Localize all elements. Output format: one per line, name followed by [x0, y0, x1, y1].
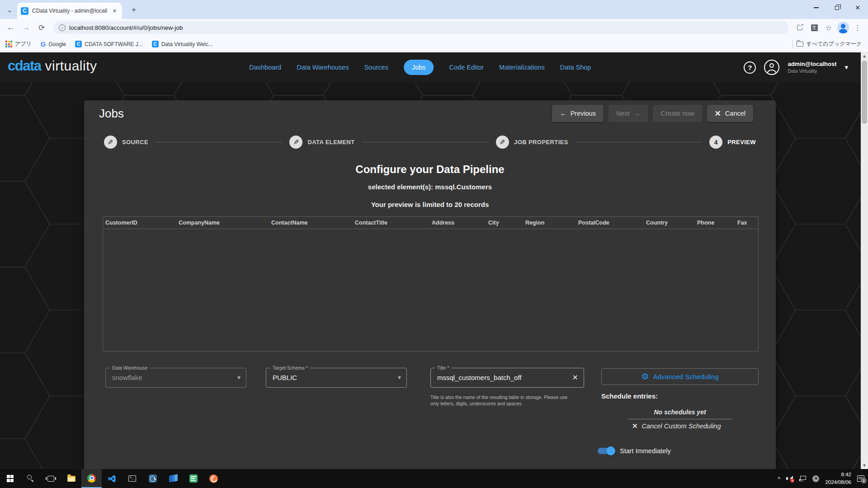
field-value[interactable]: mssql_customers_batch_off	[437, 374, 521, 381]
chevron-down-icon[interactable]: ▾	[398, 374, 401, 381]
user-menu[interactable]: admin@localhost Data Virtuality	[788, 61, 836, 74]
user-menu-chevron-icon[interactable]: ▾	[844, 63, 848, 71]
terminal-icon: >_	[128, 475, 136, 482]
avatar-head	[769, 63, 774, 68]
new-tab-button[interactable]: +	[128, 5, 139, 15]
cdata-icon: C	[152, 41, 159, 47]
start-button[interactable]	[0, 469, 20, 488]
nav-code-editor[interactable]: Code Editor	[449, 64, 484, 71]
network-icon[interactable]	[799, 476, 807, 481]
file-explorer-button[interactable]	[61, 469, 81, 488]
tab-close-icon[interactable]: ✕	[111, 7, 118, 15]
window-minimize-button[interactable]	[806, 0, 826, 15]
user-avatar-icon[interactable]	[764, 60, 779, 75]
column-header: PostalCode	[578, 220, 609, 226]
back-button[interactable]: ←	[5, 21, 17, 34]
browser-menu-button[interactable]: ⋮	[852, 22, 863, 33]
step-label: SOURCE	[122, 139, 148, 145]
forward-button[interactable]: →	[20, 21, 33, 34]
tray-chevron-icon[interactable]: ^	[778, 475, 780, 482]
bookmark-google[interactable]: G Google	[41, 40, 66, 48]
logo-product: virtuality	[45, 58, 97, 74]
share-button[interactable]: ↗	[794, 22, 806, 33]
window-restore-button[interactable]	[826, 0, 847, 15]
field-value: snowflake	[112, 374, 142, 381]
app-logo[interactable]: cdata virtuality	[8, 58, 97, 74]
search-icon	[27, 475, 34, 482]
title-input[interactable]: Title * mssql_customers_batch_off ✕	[430, 368, 584, 388]
schedule-divider	[627, 419, 732, 419]
step-data-element[interactable]: ✎ DATA ELEMENT	[289, 136, 354, 149]
step-label: JOB PROPERTIES	[514, 139, 568, 145]
browser-tab[interactable]: C CData Virtuality - admin@locall ✕	[17, 3, 122, 19]
bookmarks-separator	[793, 40, 793, 49]
nav-dashboard[interactable]: Dashboard	[249, 64, 281, 71]
windows-icon	[7, 475, 14, 482]
scroll-up-icon[interactable]: ▲	[861, 52, 868, 60]
taskbar-search-button[interactable]	[20, 469, 41, 488]
bookmark-label: CDATA SOFTWARE J...	[85, 41, 142, 47]
close-icon: ✕	[632, 422, 638, 430]
log-viewer-taskbar-button[interactable]	[183, 469, 203, 488]
previous-button[interactable]: ← Previous	[552, 105, 604, 122]
layers-app-taskbar-button[interactable]	[163, 469, 183, 488]
cdata-icon: C	[75, 41, 82, 47]
chrome-taskbar-button[interactable]	[81, 469, 102, 488]
help-icon[interactable]: ?	[744, 61, 756, 74]
browser-profile-button[interactable]	[837, 22, 849, 33]
clear-title-icon[interactable]: ✕	[572, 373, 578, 382]
nav-jobs[interactable]: Jobs	[404, 60, 434, 75]
left-arrow-icon: ←	[560, 110, 566, 117]
postman-taskbar-button[interactable]	[203, 469, 224, 488]
offline-status-icon[interactable]: ✕	[812, 475, 819, 482]
address-bar[interactable]: i localhost:8080/account/#/u/0/jobs/new-…	[53, 21, 788, 34]
target-schema-select[interactable]: Target Schema * PUBLIC ▾	[266, 368, 407, 388]
advanced-scheduling-button[interactable]: ⚙ Advanced Scheduling	[601, 368, 759, 385]
selected-elements-text: selected element(s): mssql.Customers	[84, 183, 776, 191]
list-search-icon	[189, 474, 198, 483]
nav-data-warehouses[interactable]: Data Warehouses	[297, 64, 349, 71]
step-source[interactable]: ✎ SOURCE	[104, 136, 148, 149]
bookmark-data-virtuality[interactable]: C Data Virtuality Welc...	[152, 41, 213, 47]
cancel-custom-scheduling-button[interactable]: ✕ Cancel Custom Scheduling	[632, 422, 721, 430]
step-job-properties[interactable]: ✎ JOB PROPERTIES	[496, 136, 568, 149]
action-center-icon[interactable]: 1	[857, 475, 864, 482]
title-helper-text: Title is also the name of the resulting …	[430, 394, 576, 407]
all-bookmarks-label: すべてのブックマーク	[806, 40, 862, 48]
bookmark-cdata-software[interactable]: C CDATA SOFTWARE J...	[75, 41, 142, 47]
apps-grid-icon	[5, 41, 12, 47]
vscode-taskbar-button[interactable]	[102, 469, 122, 488]
folder-icon	[797, 42, 803, 47]
site-info-icon[interactable]: i	[59, 24, 66, 31]
start-immediately-label: Start Immediately	[620, 447, 671, 455]
all-bookmarks-button[interactable]: すべてのブックマーク	[797, 40, 862, 48]
bookmark-star-button[interactable]: ☆	[823, 22, 835, 33]
user-name: admin@localhost	[788, 61, 836, 68]
terminal-taskbar-button[interactable]: >_	[122, 469, 142, 488]
task-view-button[interactable]	[41, 469, 61, 488]
avatar-body	[767, 70, 776, 75]
nav-materializations[interactable]: Materializations	[499, 64, 545, 71]
postgresql-taskbar-button[interactable]	[142, 469, 163, 488]
start-immediately-toggle[interactable]	[598, 448, 614, 454]
taskbar-clock[interactable]: 8:42 2024/08/06	[825, 471, 851, 486]
reload-button[interactable]: ⟳	[35, 21, 48, 34]
nav-sources[interactable]: Sources	[364, 64, 388, 71]
nav-data-shop[interactable]: Data Shop	[560, 64, 591, 71]
step-preview[interactable]: 4 PREVIEW	[709, 136, 756, 149]
page-scrollbar[interactable]: ▲ ▼	[861, 52, 868, 469]
bookmark-apps[interactable]: アプリ	[5, 40, 32, 48]
column-header: Region	[525, 220, 544, 226]
field-label: Title *	[435, 365, 451, 371]
window-close-button[interactable]: ✕	[847, 0, 868, 15]
tab-search-button[interactable]: ⌄	[4, 4, 15, 16]
notification-badge: 1	[861, 478, 867, 483]
translate-button[interactable]: 文	[808, 22, 820, 33]
scroll-down-icon[interactable]: ▼	[861, 462, 868, 469]
window-controls: ✕	[806, 0, 868, 15]
bookmark-label: Google	[49, 41, 66, 47]
cancel-button[interactable]: ✕ Cancel	[707, 105, 753, 122]
scrollbar-thumb[interactable]	[862, 61, 867, 124]
volume-muted-icon[interactable]: ✕	[786, 475, 793, 482]
url-text[interactable]: localhost:8080/account/#/u/0/jobs/new-jo…	[69, 24, 183, 31]
